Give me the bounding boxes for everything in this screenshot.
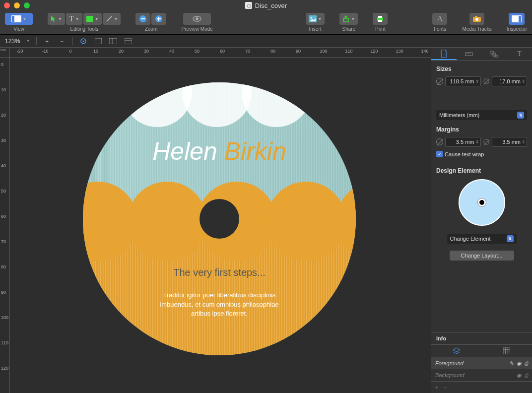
print-button[interactable] <box>373 13 388 25</box>
text-tool[interactable]: T▼ <box>66 13 82 25</box>
eye-icon[interactable]: ◉ <box>517 360 522 367</box>
preview-button[interactable] <box>183 13 211 25</box>
top-scallop <box>83 82 356 142</box>
outer-size-input[interactable]: 118.5 mm <box>445 76 481 86</box>
media-button[interactable] <box>469 13 484 25</box>
sizes-header: Sizes <box>436 66 527 72</box>
disc-title[interactable]: Helen Birkin <box>83 137 356 166</box>
tab-arrange[interactable] <box>482 48 507 60</box>
svg-rect-16 <box>378 20 382 22</box>
layers-tab[interactable] <box>431 345 482 357</box>
fonts-label: Fonts <box>434 26 446 32</box>
disc-subtitle[interactable]: The very first steps... <box>83 267 356 278</box>
rect-icon <box>86 16 93 22</box>
panel1-button[interactable] <box>94 37 103 46</box>
camera-icon <box>472 15 481 22</box>
cursor-icon <box>51 15 57 22</box>
titlebar: Disc_cover <box>0 0 532 11</box>
eye-icon[interactable]: ◉ <box>517 372 522 379</box>
main-toolbar: ▼ View ▼ T▼ ▼ ▼ Editing Tools Zoom Previ… <box>0 11 532 35</box>
view-label: View <box>13 26 24 32</box>
window-title: Disc_cover <box>245 2 287 9</box>
ruler-unit: mm <box>0 48 10 58</box>
minimize-button[interactable] <box>14 2 20 8</box>
inner-size-input[interactable]: 17.0 mm <box>492 76 528 86</box>
change-element-select[interactable]: Change Element⇅ <box>447 234 517 244</box>
close-button[interactable] <box>4 2 10 8</box>
wrap-checkbox[interactable]: ✓ <box>436 151 443 157</box>
panel2-button[interactable] <box>109 37 118 46</box>
select-tool[interactable]: ▼ <box>48 13 65 25</box>
text-tab-icon: T <box>517 50 522 58</box>
outer-margin-icon <box>436 138 443 145</box>
canvas-area[interactable]: mm -20-100102030405060708090100110120130… <box>0 48 431 393</box>
insert-button[interactable]: ▼ <box>306 13 325 25</box>
svg-rect-15 <box>378 16 382 18</box>
remove-layer-button[interactable]: − <box>443 385 446 391</box>
layers-icon <box>453 347 461 354</box>
disc-design[interactable]: Helen Birkin The very first steps... Tra… <box>83 82 356 355</box>
fonts-icon: A <box>437 14 443 23</box>
eye-icon <box>193 15 201 22</box>
zoom-out-button[interactable] <box>135 13 150 25</box>
zoom-button[interactable] <box>24 2 30 8</box>
outer-margin-input[interactable]: 3.5 mm <box>445 137 481 147</box>
inspector-button[interactable] <box>509 13 525 25</box>
document-name: Disc_cover <box>255 2 287 9</box>
view-icon <box>11 15 21 22</box>
tab-text[interactable]: T <box>507 48 532 60</box>
target-icon <box>80 38 87 45</box>
zoom-in-button[interactable] <box>151 13 166 25</box>
line-tool[interactable]: ▼ <box>103 13 121 25</box>
tab-document[interactable] <box>431 48 457 60</box>
add-layer-button[interactable]: + <box>435 385 438 391</box>
page-icon <box>440 50 447 58</box>
layer-background[interactable]: Background ◉ ⎙ <box>431 369 532 381</box>
svg-line-3 <box>107 16 112 21</box>
svg-rect-5 <box>141 18 145 19</box>
zoom-value[interactable]: 123% <box>5 38 20 45</box>
grid-tab[interactable] <box>482 345 532 357</box>
media-label: Media Tracks <box>462 26 491 32</box>
vertical-ruler: 0102030405060708090100110120 <box>0 58 10 393</box>
svg-rect-19 <box>475 16 477 17</box>
zoom-out-icon <box>139 15 147 23</box>
info-header: Info <box>431 332 532 344</box>
units-select[interactable]: Millimeters (mm)⇅ <box>436 110 527 120</box>
print-label: Print <box>375 26 386 32</box>
view-button[interactable]: ▼ <box>5 13 33 25</box>
preview-label: Preview Mode <box>181 26 212 32</box>
tab-ruler[interactable] <box>457 48 482 60</box>
line-icon <box>106 15 113 22</box>
svg-rect-21 <box>519 16 521 22</box>
change-layout-button[interactable]: Change Layout... <box>450 251 514 261</box>
ruler-icon <box>465 51 473 58</box>
svg-rect-2 <box>86 16 93 22</box>
svg-rect-27 <box>125 38 132 44</box>
inner-margin-input[interactable]: 3.5 mm <box>492 137 528 147</box>
disc-body-text[interactable]: Traditur igitur puer liberalibus discipl… <box>83 291 356 318</box>
editing-label: Editing Tools <box>70 26 98 32</box>
svg-rect-36 <box>503 347 510 354</box>
format-bar: 123% ▼ + − <box>0 35 532 48</box>
panel3-button[interactable] <box>124 37 133 46</box>
target-button[interactable] <box>79 37 88 46</box>
inspector-icon <box>512 15 522 22</box>
layer-foreground[interactable]: Foreground ✎ ◉ ⎙ <box>431 357 532 369</box>
shape-tool[interactable]: ▼ <box>83 13 102 25</box>
share-label: Share <box>342 26 356 32</box>
print-layer-icon[interactable]: ⎙ <box>525 372 528 378</box>
remove-button[interactable]: − <box>58 37 66 46</box>
svg-point-23 <box>82 40 84 42</box>
share-button[interactable]: ▼ <box>339 13 358 25</box>
svg-rect-8 <box>158 17 159 21</box>
svg-rect-33 <box>491 51 494 54</box>
inspector-label: Inspector <box>507 26 527 32</box>
print-icon <box>376 15 384 22</box>
insert-label: Insert <box>309 26 322 32</box>
svg-rect-25 <box>109 38 117 44</box>
add-button[interactable]: + <box>43 37 52 46</box>
pencil-icon[interactable]: ✎ <box>509 360 514 367</box>
print-layer-icon[interactable]: ⎙ <box>525 360 528 366</box>
fonts-button[interactable]: A <box>432 13 447 25</box>
